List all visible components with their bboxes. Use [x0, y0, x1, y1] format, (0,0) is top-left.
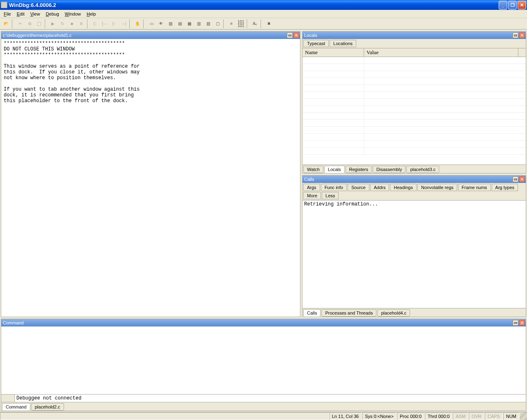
command-bottom-tabs: Commandplacehold2.c — [1, 402, 526, 411]
locals-row[interactable] — [302, 127, 526, 134]
calls-btn-nonvolatile-regs[interactable]: Nonvolatile regs — [417, 184, 457, 191]
scratchpad-icon[interactable]: ▢ — [213, 19, 222, 28]
memory-window-icon[interactable]: ▦ — [185, 19, 194, 28]
font-icon[interactable]: Aₐ — [250, 19, 259, 28]
calls-pane: Calls ▭ × ArgsFunc infoSourceAddrsHeadin… — [302, 175, 526, 317]
locals-col-value[interactable]: Value — [364, 48, 518, 57]
maximize-button[interactable]: ❐ — [508, 1, 517, 9]
step-over-icon: {→ — [100, 19, 109, 28]
locals-row[interactable] — [302, 64, 526, 71]
status-ovr: OVR — [469, 412, 484, 420]
menu-file[interactable]: File — [1, 11, 14, 17]
locals-row[interactable] — [302, 99, 526, 106]
calls-btn-func-info[interactable]: Func info — [321, 184, 347, 191]
calls-btn-less[interactable]: Less — [322, 192, 339, 199]
stop-icon: ■ — [67, 19, 76, 28]
locals-col-spacer — [518, 48, 526, 57]
menu-debug[interactable]: Debug — [43, 11, 62, 17]
tab-command[interactable]: Command — [2, 403, 30, 411]
calls-btn-more[interactable]: More — [303, 192, 321, 199]
callstack-window-icon[interactable]: ▥ — [194, 19, 203, 28]
calls-btn-args[interactable]: Args — [303, 184, 320, 191]
calls-pane-titlebar[interactable]: Calls ▭ × — [302, 176, 526, 183]
tab-disassembly[interactable]: Disassembly — [373, 166, 406, 173]
locals-row[interactable] — [302, 78, 526, 85]
locals-row[interactable] — [302, 57, 526, 64]
close-button[interactable]: ✕ — [518, 1, 526, 9]
tab-calls[interactable]: Calls — [303, 309, 321, 317]
calls-btn-addrs[interactable]: Addrs — [370, 184, 390, 191]
locals-row[interactable] — [302, 85, 526, 92]
calls-btn-arg-types[interactable]: Arg types — [492, 184, 518, 191]
locals-row[interactable] — [302, 92, 526, 99]
locals-btn-locations[interactable]: Locations — [330, 40, 356, 47]
run-to-cursor-icon: →| — [119, 19, 128, 28]
window-controls: _ ❐ ✕ — [499, 1, 526, 9]
locals-grid-body[interactable] — [302, 57, 526, 164]
tab-locals[interactable]: Locals — [324, 166, 345, 173]
tab-watch[interactable]: Watch — [303, 166, 323, 173]
locals-row[interactable] — [302, 106, 526, 113]
calls-content[interactable]: Retrieving information... — [302, 201, 526, 308]
source-content[interactable]: ****************************************… — [1, 39, 300, 317]
locals-row[interactable] — [302, 134, 526, 141]
toolbar-separator — [261, 19, 263, 28]
toolbar-separator — [247, 19, 249, 28]
command-pane: Command ▭ × Debuggee not connected Comma… — [1, 319, 526, 411]
tab-processes-and-threads[interactable]: Processes and Threads — [321, 309, 376, 317]
locals-pane-close-icon[interactable]: × — [519, 32, 525, 38]
command-output[interactable] — [1, 326, 526, 394]
source-pane-close-icon[interactable]: × — [293, 32, 299, 38]
locals-col-name[interactable]: Name — [302, 48, 364, 57]
menu-window[interactable]: Window — [62, 11, 84, 17]
locals-top-tabs: TypecastLocations — [302, 39, 526, 48]
resize-grip-icon[interactable] — [520, 412, 527, 420]
menu-edit[interactable]: Edit — [14, 11, 27, 17]
calls-pane-dock-icon[interactable]: ▭ — [513, 176, 518, 182]
locals-row[interactable] — [302, 141, 526, 148]
calls-btn-frame-nums[interactable]: Frame nums — [458, 184, 491, 191]
tab-placehold3-c[interactable]: placehold3.c — [406, 166, 439, 173]
calls-btn-source[interactable]: Source — [348, 184, 369, 191]
disassembly-window-icon[interactable]: ▨ — [204, 19, 213, 28]
copy-icon: ⧉ — [25, 19, 34, 28]
source-mode-icon[interactable]: ≡ — [227, 19, 236, 28]
source-pane-dock-icon[interactable]: ▭ — [287, 32, 293, 38]
registers-window-icon[interactable]: ▤ — [175, 19, 184, 28]
binary-icon[interactable]: 101 101 — [236, 19, 245, 28]
command-pane-close-icon[interactable]: × — [519, 320, 525, 326]
command-pane-titlebar[interactable]: Command ▭ × — [1, 319, 526, 326]
locals-row[interactable] — [302, 120, 526, 127]
options-icon[interactable]: ✖ — [264, 19, 273, 28]
statusbar-spacer — [0, 412, 329, 420]
toolbar-separator — [223, 19, 226, 28]
open-icon[interactable]: 📂 — [2, 19, 11, 28]
statusbar: Ln 11, Col 36 Sys 0:<None> Proc 000:0 Th… — [0, 412, 527, 420]
tab-registers[interactable]: Registers — [346, 166, 372, 173]
menu-help[interactable]: Help — [84, 11, 99, 17]
locals-table-header: Name Value — [302, 48, 526, 57]
right-column: Locals ▭ × TypecastLocations Name Value … — [302, 31, 526, 317]
toolbar-separator — [12, 19, 14, 28]
calls-btn-headings[interactable]: Headings — [390, 184, 416, 191]
locals-btn-typecast[interactable]: Typecast — [303, 40, 329, 47]
status-sys: Sys 0:<None> — [362, 412, 396, 420]
locals-row[interactable] — [302, 148, 526, 155]
breakpoint-icon[interactable]: ✋ — [133, 19, 142, 28]
command-window-icon[interactable]: ▭ — [147, 19, 156, 28]
minimize-button[interactable]: _ — [499, 1, 507, 9]
calls-bottom-tabs: CallsProcesses and Threadsplacehold4.c — [302, 308, 526, 317]
locals-row[interactable] — [302, 71, 526, 78]
calls-pane-close-icon[interactable]: × — [519, 176, 525, 182]
menu-view[interactable]: View — [27, 11, 43, 17]
tab-placehold4-c[interactable]: placehold4.c — [377, 309, 410, 317]
tab-placehold2-c[interactable]: placehold2.c — [31, 403, 64, 411]
watch-window-icon[interactable]: 👁 — [156, 19, 165, 28]
locals-row[interactable] — [302, 113, 526, 120]
source-pane-titlebar[interactable]: c:\debuggers\themes\placehold1.c ▭ × — [1, 32, 300, 39]
toolbar: 📂✂⧉📋▶↻■⏸{↓{→{↑→|✋▭👁▧▤▦▥▨▢≡101 101Aₐ✖ — [0, 18, 527, 30]
locals-pane-titlebar[interactable]: Locals ▭ × — [302, 32, 526, 39]
locals-pane-dock-icon[interactable]: ▭ — [513, 32, 518, 38]
command-pane-dock-icon[interactable]: ▭ — [513, 320, 518, 326]
locals-window-icon[interactable]: ▧ — [166, 19, 175, 28]
